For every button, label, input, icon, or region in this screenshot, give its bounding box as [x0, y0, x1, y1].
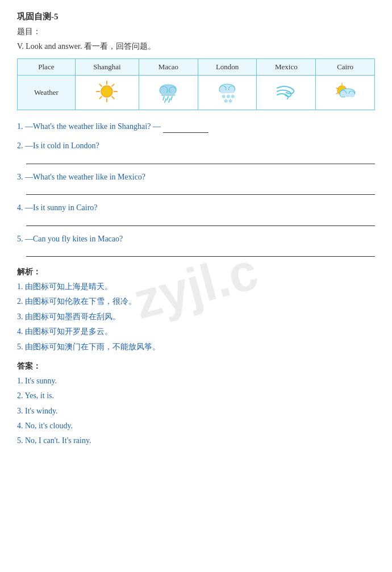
question-3-text: 3. —What's the weather like in Mexico?	[17, 173, 145, 181]
answer-item-3: 3. It's windy.	[17, 405, 375, 417]
svg-line-15	[171, 97, 172, 100]
svg-line-17	[169, 99, 170, 102]
question-3: 3. —What's the weather like in Mexico?	[17, 171, 375, 195]
svg-line-16	[165, 99, 166, 102]
analysis-item-1: 1. 由图标可知上海是晴天。	[17, 281, 375, 293]
svg-line-30	[336, 93, 339, 94]
answer-item-1: 1. It's sunny.	[17, 375, 375, 387]
svg-text:❄: ❄	[224, 98, 228, 104]
svg-rect-21	[220, 90, 234, 93]
weather-icon-cairo	[316, 76, 375, 110]
table-header-london: London	[198, 59, 257, 76]
question-5: 5. —Can you fly kites in Macao?	[17, 233, 375, 257]
question-1-text: 1. —What's the weather like in Shanghai?…	[17, 122, 208, 131]
weather-icon-london: ❄ ❄ ❄ ❄ ❄	[198, 76, 257, 110]
analysis-title: 解析：	[17, 267, 375, 277]
svg-line-8	[100, 97, 102, 99]
question-2: 2. —Is it cold in London?	[17, 140, 375, 164]
analysis-section: 解析： 1. 由图标可知上海是晴天。 2. 由图标可知伦敦在下雪，很冷。 3. …	[17, 267, 375, 353]
question-3-blank	[26, 186, 375, 195]
table-header-place: Place	[18, 59, 76, 76]
table-header-cairo: Cairo	[316, 59, 375, 76]
answer-title: 答案：	[17, 361, 375, 371]
svg-line-5	[100, 84, 102, 86]
page-title: 巩固自测-5	[17, 11, 375, 22]
answer-item-5: 5. No, I can't. It's rainy.	[17, 435, 375, 447]
question-2-blank	[26, 155, 375, 164]
answer-item-4: 4. No, it's cloudy.	[17, 420, 375, 432]
svg-line-14	[167, 97, 168, 100]
weather-icon-macao	[139, 76, 198, 110]
svg-line-6	[112, 97, 114, 99]
svg-point-0	[101, 86, 112, 97]
table-header-mexico: Mexico	[257, 59, 316, 76]
weather-table: Place Shanghai Macao London Mexico Cairo…	[17, 59, 375, 110]
answer-item-2: 2. Yes, it is.	[17, 390, 375, 402]
analysis-item-4: 4. 由图标可知开罗是多云。	[17, 325, 375, 338]
question-5-blank	[26, 248, 375, 257]
question-2-text: 2. —Is it cold in London?	[17, 141, 99, 150]
svg-line-7	[112, 84, 114, 86]
question-1: 1. —What's the weather like in Shanghai?…	[17, 120, 375, 133]
weather-icon-mexico	[257, 76, 316, 110]
analysis-item-2: 2. 由图标可知伦敦在下雪，很冷。	[17, 295, 375, 308]
questions-section: 1. —What's the weather like in Shanghai?…	[17, 120, 375, 257]
svg-line-13	[163, 97, 164, 100]
question-5-text: 5. —Can you fly kites in Macao?	[17, 235, 123, 243]
exercise-instruction: V. Look and answer. 看一看，回答问题。	[17, 41, 375, 52]
analysis-item-3: 3. 由图标可知墨西哥在刮风。	[17, 311, 375, 323]
table-header-macao: Macao	[139, 59, 198, 76]
svg-rect-34	[341, 94, 355, 97]
question-4-blank	[26, 217, 375, 226]
question-1-blank	[163, 124, 208, 133]
table-row-header-weather: Weather	[18, 76, 76, 110]
weather-icon-shanghai	[75, 76, 139, 110]
question-4: 4. —Is it sunny in Cairo?	[17, 202, 375, 226]
exercise-label: 题目：	[17, 27, 375, 37]
answer-section: 答案： 1. It's sunny. 2. Yes, it is. 3. It'…	[17, 361, 375, 448]
question-4-text: 4. —Is it sunny in Cairo?	[17, 203, 98, 212]
svg-rect-12	[161, 93, 175, 96]
analysis-item-5: 5. 由图标可知澳门在下雨，不能放风筝。	[17, 341, 375, 353]
table-header-shanghai: Shanghai	[75, 59, 139, 76]
svg-text:❄: ❄	[228, 98, 233, 104]
